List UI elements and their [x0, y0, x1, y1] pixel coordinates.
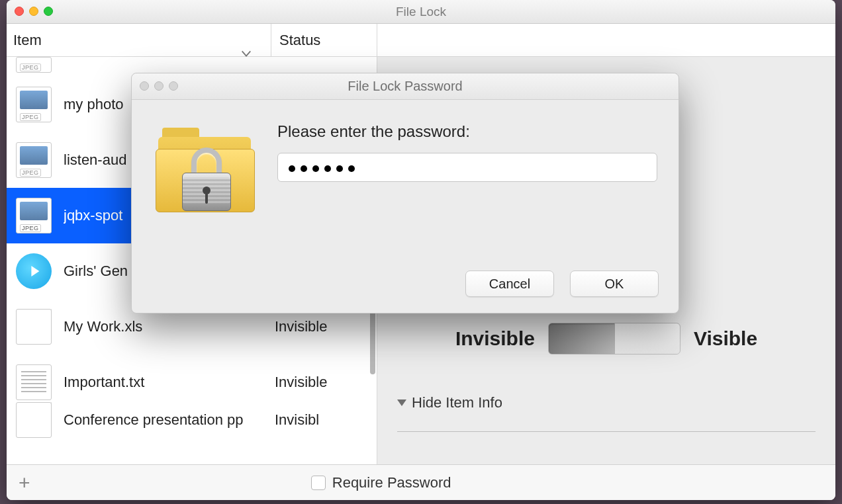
- divider: [397, 431, 816, 432]
- sheet-thumbnail-icon: [16, 402, 52, 438]
- row-name: My Work.xls: [64, 318, 275, 335]
- txt-thumbnail-icon: [16, 364, 52, 400]
- minimize-icon[interactable]: [29, 7, 38, 16]
- ok-button[interactable]: OK: [570, 271, 659, 297]
- folder-lock-icon: [153, 118, 259, 224]
- row-name: Conference presentation pp: [64, 411, 275, 429]
- require-password-label: Require Password: [332, 474, 451, 491]
- maximize-icon[interactable]: [44, 7, 53, 16]
- hide-item-info-toggle[interactable]: Hide Item Info: [397, 394, 816, 411]
- invisible-label: Invisible: [455, 327, 535, 350]
- row-status: Invisibl: [275, 411, 367, 429]
- table-row[interactable]: Conference presentation ppInvisibl: [7, 410, 377, 430]
- password-dialog: File Lock Password Please enter the pass…: [131, 73, 679, 314]
- cancel-button[interactable]: Cancel: [465, 271, 554, 297]
- traffic-lights: [15, 7, 53, 16]
- password-input[interactable]: [277, 153, 657, 182]
- visibility-switch[interactable]: [548, 323, 680, 355]
- password-prompt: Please enter the password:: [277, 122, 657, 141]
- cancel-button-label: Cancel: [489, 276, 530, 292]
- column-item[interactable]: Item: [7, 24, 271, 56]
- sheet-thumbnail-icon: [16, 309, 52, 345]
- jpeg-thumbnail-icon: JPEG: [16, 87, 52, 122]
- column-status[interactable]: Status: [271, 24, 377, 56]
- window-title: File Lock: [396, 5, 446, 19]
- titlebar[interactable]: File Lock: [7, 0, 835, 24]
- row-status: Invisible: [275, 318, 367, 335]
- disclosure-triangle-icon: [397, 399, 406, 406]
- dialog-traffic-lights: [140, 81, 178, 91]
- minimize-icon: [154, 81, 164, 91]
- dialog-titlebar[interactable]: File Lock Password: [132, 73, 678, 100]
- jpeg-thumbnail-icon: JPEG: [16, 142, 52, 178]
- column-item-label: Item: [13, 32, 42, 48]
- hide-item-info-label: Hide Item Info: [412, 394, 502, 411]
- jpeg-thumbnail-icon: JPEG: [16, 57, 52, 73]
- row-name: Important.txt: [64, 374, 275, 391]
- footer: + Require Password: [7, 464, 835, 500]
- columns-header: Item Status: [7, 24, 835, 57]
- ok-button-label: OK: [605, 276, 624, 292]
- column-status-label: Status: [279, 32, 320, 48]
- maximize-icon: [169, 81, 178, 91]
- require-password-checkbox[interactable]: [311, 476, 326, 490]
- close-icon: [140, 81, 149, 91]
- table-row[interactable]: Important.txtInvisible: [7, 355, 377, 410]
- jpeg-thumbnail-icon: JPEG: [16, 198, 52, 233]
- row-status: Invisible: [275, 374, 367, 391]
- add-button[interactable]: +: [19, 472, 45, 494]
- visible-label: Visible: [694, 327, 757, 350]
- disc-thumbnail-icon: [16, 253, 52, 289]
- dialog-title: File Lock Password: [348, 79, 462, 94]
- close-icon[interactable]: [15, 7, 24, 16]
